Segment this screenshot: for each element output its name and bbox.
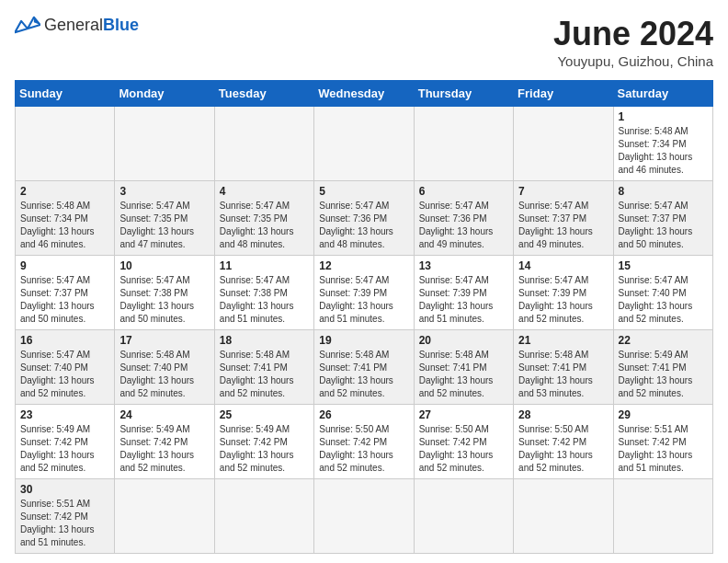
day-info: Sunrise: 5:50 AM Sunset: 7:42 PM Dayligh…	[419, 423, 508, 475]
day-info: Sunrise: 5:51 AM Sunset: 7:42 PM Dayligh…	[20, 498, 109, 549]
day-number: 22	[619, 334, 708, 347]
day-info: Sunrise: 5:47 AM Sunset: 7:38 PM Dayligh…	[119, 274, 209, 326]
day-number: 10	[119, 259, 209, 272]
weekday-header-row: SundayMondayTuesdayWednesdayThursdayFrid…	[16, 81, 713, 107]
day-number: 24	[119, 408, 209, 421]
calendar-week-row: 2Sunrise: 5:48 AM Sunset: 7:34 PM Daylig…	[16, 181, 713, 256]
day-info: Sunrise: 5:47 AM Sunset: 7:38 PM Dayligh…	[220, 274, 309, 326]
day-number: 11	[220, 259, 309, 272]
day-number: 3	[119, 185, 209, 198]
day-number: 9	[20, 259, 109, 272]
day-number: 23	[20, 408, 109, 421]
day-info: Sunrise: 5:47 AM Sunset: 7:36 PM Dayligh…	[319, 200, 408, 251]
calendar-day-cell: 15Sunrise: 5:47 AM Sunset: 7:40 PM Dayli…	[613, 256, 712, 330]
day-number: 30	[20, 483, 109, 496]
day-info: Sunrise: 5:48 AM Sunset: 7:41 PM Dayligh…	[220, 349, 309, 400]
day-number: 15	[619, 259, 708, 272]
day-number: 20	[419, 334, 508, 347]
day-info: Sunrise: 5:48 AM Sunset: 7:40 PM Dayligh…	[119, 349, 209, 400]
calendar-day-cell	[214, 479, 313, 554]
calendar-day-cell: 8Sunrise: 5:47 AM Sunset: 7:37 PM Daylig…	[613, 181, 712, 256]
calendar-day-cell: 1Sunrise: 5:48 AM Sunset: 7:34 PM Daylig…	[613, 107, 712, 181]
calendar-day-cell: 30Sunrise: 5:51 AM Sunset: 7:42 PM Dayli…	[16, 479, 115, 554]
calendar-day-cell: 23Sunrise: 5:49 AM Sunset: 7:42 PM Dayli…	[16, 405, 115, 479]
day-number: 7	[518, 185, 608, 198]
calendar-week-row: 9Sunrise: 5:47 AM Sunset: 7:37 PM Daylig…	[16, 256, 713, 330]
weekday-header-sunday: Sunday	[16, 81, 115, 107]
calendar-day-cell	[314, 107, 414, 181]
calendar-day-cell	[613, 479, 712, 554]
day-number: 12	[319, 259, 408, 272]
day-number: 1	[619, 110, 708, 123]
logo-bird-icon	[15, 15, 40, 35]
calendar-day-cell: 17Sunrise: 5:48 AM Sunset: 7:40 PM Dayli…	[115, 330, 214, 405]
calendar-day-cell	[514, 107, 613, 181]
day-info: Sunrise: 5:47 AM Sunset: 7:39 PM Dayligh…	[419, 274, 508, 326]
calendar-day-cell	[214, 107, 313, 181]
day-number: 21	[518, 334, 608, 347]
day-info: Sunrise: 5:47 AM Sunset: 7:36 PM Dayligh…	[419, 200, 508, 251]
calendar-day-cell: 27Sunrise: 5:50 AM Sunset: 7:42 PM Dayli…	[414, 405, 513, 479]
calendar-day-cell: 4Sunrise: 5:47 AM Sunset: 7:35 PM Daylig…	[214, 181, 313, 256]
day-number: 8	[619, 185, 708, 198]
day-info: Sunrise: 5:47 AM Sunset: 7:40 PM Dayligh…	[20, 349, 109, 400]
calendar-week-row: 16Sunrise: 5:47 AM Sunset: 7:40 PM Dayli…	[16, 330, 713, 405]
day-number: 19	[319, 334, 408, 347]
day-number: 14	[518, 259, 608, 272]
day-number: 27	[419, 408, 508, 421]
calendar-day-cell: 25Sunrise: 5:49 AM Sunset: 7:42 PM Dayli…	[214, 405, 313, 479]
day-info: Sunrise: 5:50 AM Sunset: 7:42 PM Dayligh…	[518, 423, 608, 475]
day-number: 25	[220, 408, 309, 421]
calendar-day-cell: 5Sunrise: 5:47 AM Sunset: 7:36 PM Daylig…	[314, 181, 414, 256]
calendar-week-row: 1Sunrise: 5:48 AM Sunset: 7:34 PM Daylig…	[16, 107, 713, 181]
calendar-day-cell: 6Sunrise: 5:47 AM Sunset: 7:36 PM Daylig…	[414, 181, 513, 256]
day-info: Sunrise: 5:47 AM Sunset: 7:35 PM Dayligh…	[220, 200, 309, 251]
day-number: 6	[419, 185, 508, 198]
month-title: June 2024	[553, 15, 713, 53]
calendar-day-cell	[16, 107, 115, 181]
calendar-table: SundayMondayTuesdayWednesdayThursdayFrid…	[15, 80, 713, 554]
weekday-header-saturday: Saturday	[613, 81, 712, 107]
location-subtitle: Youyupu, Guizhou, China	[553, 53, 713, 69]
day-number: 28	[518, 408, 608, 421]
day-info: Sunrise: 5:49 AM Sunset: 7:42 PM Dayligh…	[20, 423, 109, 475]
calendar-day-cell	[414, 107, 513, 181]
calendar-day-cell: 11Sunrise: 5:47 AM Sunset: 7:38 PM Dayli…	[214, 256, 313, 330]
weekday-header-tuesday: Tuesday	[214, 81, 313, 107]
calendar-day-cell	[514, 479, 613, 554]
calendar-day-cell: 24Sunrise: 5:49 AM Sunset: 7:42 PM Dayli…	[115, 405, 214, 479]
calendar-day-cell	[314, 479, 414, 554]
day-number: 13	[419, 259, 508, 272]
title-block: June 2024 Youyupu, Guizhou, China	[553, 15, 713, 69]
calendar-day-cell: 21Sunrise: 5:48 AM Sunset: 7:41 PM Dayli…	[514, 330, 613, 405]
day-info: Sunrise: 5:47 AM Sunset: 7:40 PM Dayligh…	[619, 274, 708, 326]
day-info: Sunrise: 5:51 AM Sunset: 7:42 PM Dayligh…	[619, 423, 708, 475]
day-info: Sunrise: 5:48 AM Sunset: 7:34 PM Dayligh…	[619, 125, 708, 177]
calendar-day-cell: 18Sunrise: 5:48 AM Sunset: 7:41 PM Dayli…	[214, 330, 313, 405]
page-header: GeneralBlue June 2024 Youyupu, Guizhou, …	[15, 15, 713, 69]
calendar-week-row: 30Sunrise: 5:51 AM Sunset: 7:42 PM Dayli…	[16, 479, 713, 554]
day-number: 2	[20, 185, 109, 198]
day-number: 29	[619, 408, 708, 421]
day-number: 5	[319, 185, 408, 198]
calendar-day-cell: 29Sunrise: 5:51 AM Sunset: 7:42 PM Dayli…	[613, 405, 712, 479]
day-info: Sunrise: 5:48 AM Sunset: 7:34 PM Dayligh…	[20, 200, 109, 251]
calendar-day-cell: 13Sunrise: 5:47 AM Sunset: 7:39 PM Dayli…	[414, 256, 513, 330]
calendar-day-cell: 12Sunrise: 5:47 AM Sunset: 7:39 PM Dayli…	[314, 256, 414, 330]
day-info: Sunrise: 5:49 AM Sunset: 7:42 PM Dayligh…	[119, 423, 209, 475]
day-info: Sunrise: 5:49 AM Sunset: 7:41 PM Dayligh…	[619, 349, 708, 400]
logo-text: GeneralBlue	[44, 16, 139, 35]
calendar-day-cell	[115, 479, 214, 554]
weekday-header-monday: Monday	[115, 81, 214, 107]
weekday-header-wednesday: Wednesday	[314, 81, 414, 107]
day-info: Sunrise: 5:47 AM Sunset: 7:37 PM Dayligh…	[619, 200, 708, 251]
calendar-day-cell: 10Sunrise: 5:47 AM Sunset: 7:38 PM Dayli…	[115, 256, 214, 330]
calendar-day-cell: 3Sunrise: 5:47 AM Sunset: 7:35 PM Daylig…	[115, 181, 214, 256]
day-number: 16	[20, 334, 109, 347]
calendar-day-cell: 7Sunrise: 5:47 AM Sunset: 7:37 PM Daylig…	[514, 181, 613, 256]
calendar-day-cell: 28Sunrise: 5:50 AM Sunset: 7:42 PM Dayli…	[514, 405, 613, 479]
calendar-day-cell: 2Sunrise: 5:48 AM Sunset: 7:34 PM Daylig…	[16, 181, 115, 256]
day-info: Sunrise: 5:48 AM Sunset: 7:41 PM Dayligh…	[518, 349, 608, 400]
calendar-day-cell: 20Sunrise: 5:48 AM Sunset: 7:41 PM Dayli…	[414, 330, 513, 405]
day-number: 4	[220, 185, 309, 198]
